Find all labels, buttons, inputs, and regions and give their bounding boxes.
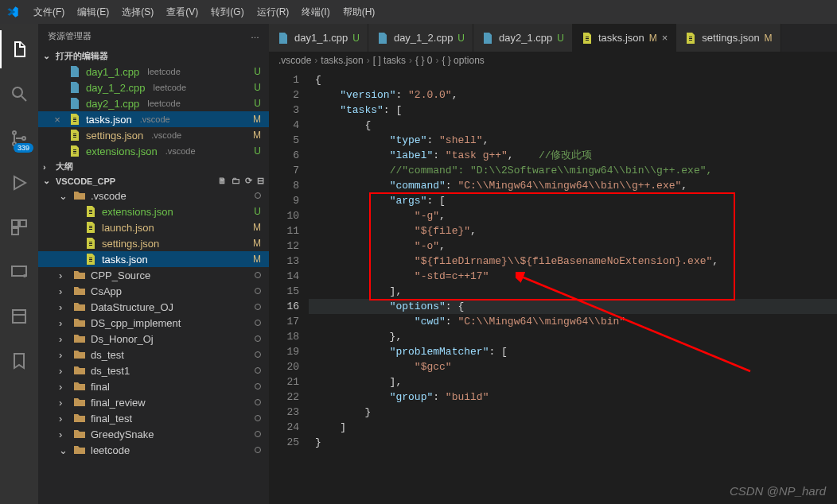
menu-item[interactable]: 文件(F) <box>27 3 71 21</box>
tree-folder[interactable]: ›final_test <box>38 410 269 426</box>
tree-folder[interactable]: ›Ds_Honor_Oj <box>38 331 269 347</box>
code-line[interactable]: "$gcc" <box>309 359 837 374</box>
code-line[interactable]: "-std=c++17" <box>309 269 837 284</box>
activitybar-bookmark[interactable] <box>0 342 38 380</box>
code-line[interactable]: "-g", <box>309 208 837 223</box>
tree-folder[interactable]: ⌄.vscode <box>38 188 269 204</box>
code-line[interactable]: //"command": "D:\\2Software\\mingw64\\bi… <box>309 163 837 178</box>
activitybar-remote[interactable] <box>0 253 38 291</box>
code-line[interactable]: "problemMatcher": [ <box>309 344 837 359</box>
activitybar-extensions[interactable] <box>0 208 38 246</box>
line-number: 7 <box>269 163 299 178</box>
code-line[interactable]: "group": "build" <box>309 390 837 405</box>
code-line[interactable]: "args": [ <box>309 193 837 208</box>
open-editor-item[interactable]: extensions.json.vscodeU <box>38 143 269 159</box>
menu-item[interactable]: 终端(I) <box>295 3 336 21</box>
tree-folder[interactable]: ›GreedySnake <box>38 426 269 442</box>
code-line[interactable]: "type": "shell", <box>309 133 837 148</box>
code-line[interactable]: "version": "2.0.0", <box>309 87 837 103</box>
git-dot <box>255 367 261 374</box>
tree-folder[interactable]: ›final_review <box>38 394 269 410</box>
open-editors-header[interactable]: ⌄ 打开的编辑器 <box>38 48 269 64</box>
breadcrumb-item[interactable]: { } options <box>442 55 484 66</box>
activitybar-scm[interactable]: 339 <box>0 119 38 157</box>
activitybar-debug[interactable] <box>0 164 38 202</box>
new-file-icon[interactable]: 🗎 <box>218 176 227 186</box>
breadcrumb-item[interactable]: { } 0 <box>415 55 432 66</box>
open-editor-item[interactable]: settings.json.vscodeM <box>38 127 269 143</box>
code-line[interactable]: "options": { <box>309 299 837 314</box>
cpp-file-icon <box>68 81 81 94</box>
git-status: M <box>253 254 261 265</box>
tree-folder[interactable]: ›ds_test1 <box>38 362 269 378</box>
menu-item[interactable]: 编辑(E) <box>71 3 115 21</box>
tree-file[interactable]: tasks.jsonM <box>38 251 269 267</box>
code-line[interactable]: { <box>309 118 837 133</box>
tree-folder[interactable]: ›DS_cpp_implement <box>38 315 269 331</box>
menu-item[interactable]: 查看(V) <box>160 3 204 21</box>
code-line[interactable]: ], <box>309 374 837 390</box>
new-folder-icon[interactable]: 🗀 <box>232 176 240 186</box>
collapse-all-icon[interactable]: ⊟ <box>257 176 264 186</box>
breadcrumb[interactable]: .vscode›tasks.json›[ ] tasks›{ } 0›{ } o… <box>269 52 837 69</box>
code-line[interactable]: ], <box>309 284 837 299</box>
code-line[interactable]: "${file}", <box>309 223 837 238</box>
open-editor-item[interactable]: day_1_2.cppleetcodeU <box>38 79 269 95</box>
chevron-down-icon: ⌄ <box>43 51 53 61</box>
open-editor-item[interactable]: ×tasks.json.vscodeM <box>38 111 269 127</box>
git-status: M <box>253 114 261 125</box>
breadcrumb-item[interactable]: tasks.json <box>321 55 363 66</box>
outline-header[interactable]: › 大纲 <box>38 159 269 174</box>
menu-item[interactable]: 选择(S) <box>115 3 160 21</box>
folder-root-header[interactable]: ⌄ VSCODE_CPP 🗎 🗀 ⟳ ⊟ <box>38 174 269 188</box>
code-line[interactable]: "${fileDirname}\\${fileBasenameNoExtensi… <box>309 254 837 269</box>
line-number: 6 <box>269 148 299 163</box>
code-line[interactable]: }, <box>309 329 837 344</box>
editor-tab[interactable]: day_1_2.cppU <box>368 24 473 52</box>
editor-tab[interactable]: day2_1.cppU <box>473 24 573 52</box>
tree-folder[interactable]: ›DataStructure_OJ <box>38 299 269 315</box>
close-icon[interactable]: × <box>51 114 64 126</box>
git-status: U <box>254 98 261 109</box>
tree-folder[interactable]: ›CsApp <box>38 283 269 299</box>
tree-file[interactable]: launch.jsonM <box>38 219 269 235</box>
folder-icon <box>73 269 86 281</box>
code-line[interactable]: "tasks": [ <box>309 103 837 118</box>
code-line[interactable]: ] <box>309 420 837 435</box>
code-line[interactable]: "label": "task g++", //修改此项 <box>309 148 837 163</box>
open-editor-item[interactable]: day1_1.cppleetcodeU <box>38 64 269 79</box>
menu-item[interactable]: 转到(G) <box>204 3 250 21</box>
code-line[interactable]: "-o", <box>309 238 837 254</box>
cpp-file-icon <box>277 32 290 45</box>
code-line[interactable]: "command": "C:\\Mingw64\\mingw64\\bin\\g… <box>309 178 837 193</box>
menu-item[interactable]: 帮助(H) <box>337 3 382 21</box>
menu-item[interactable]: 运行(R) <box>251 3 296 21</box>
activitybar-explorer[interactable] <box>0 30 38 68</box>
breadcrumb-item[interactable]: .vscode <box>278 55 311 66</box>
code-line[interactable]: "cwd": "C:\\Mingw64\\mingw64\\bin" <box>309 314 837 329</box>
code-content[interactable]: { "version": "2.0.0", "tasks": [ { "type… <box>309 69 837 504</box>
sidebar-more-icon[interactable]: … <box>251 30 259 42</box>
tree-folder[interactable]: ›ds_test <box>38 347 269 362</box>
tree-folder[interactable]: ⌄leetcode <box>38 442 269 458</box>
activitybar-project[interactable] <box>0 297 38 335</box>
code-line[interactable]: } <box>309 435 837 450</box>
breadcrumb-item[interactable]: [ ] tasks <box>373 55 406 66</box>
editor-tab[interactable]: tasks.jsonM× <box>573 24 676 52</box>
open-editor-item[interactable]: day2_1.cppleetcodeU <box>38 95 269 111</box>
folder-icon <box>73 412 86 425</box>
code-line[interactable]: } <box>309 405 837 420</box>
close-icon[interactable]: × <box>662 32 668 44</box>
line-number: 8 <box>269 178 299 193</box>
tree-file[interactable]: extensions.jsonU <box>38 204 269 219</box>
refresh-icon[interactable]: ⟳ <box>245 176 252 186</box>
tree-folder[interactable]: ›CPP_Source <box>38 267 269 283</box>
code-line[interactable]: { <box>309 72 837 87</box>
code-editor[interactable]: 1234567891011121314151617181920212223242… <box>269 69 837 504</box>
tree-folder[interactable]: ›final <box>38 378 269 394</box>
files-icon <box>10 40 29 59</box>
tree-file[interactable]: settings.jsonM <box>38 235 269 251</box>
activitybar-search[interactable] <box>0 75 38 113</box>
editor-tab[interactable]: settings.jsonM <box>676 24 781 52</box>
editor-tab[interactable]: day1_1.cppU <box>269 24 368 52</box>
